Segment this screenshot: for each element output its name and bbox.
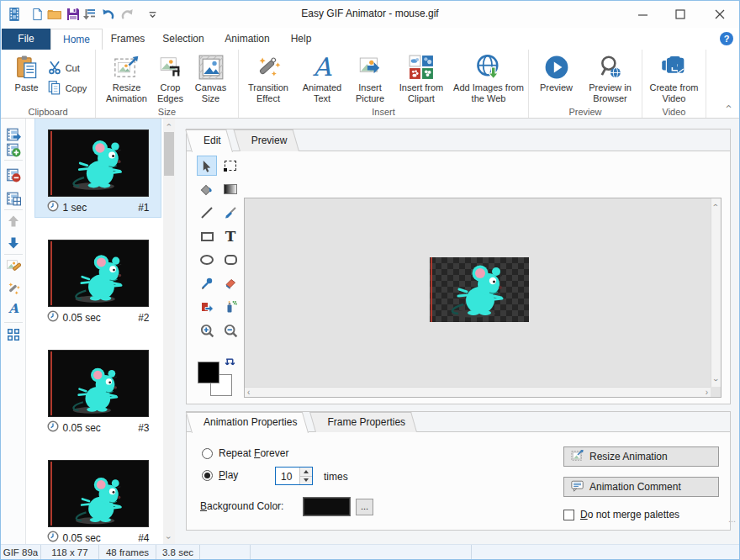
ellipse-tool[interactable] xyxy=(197,250,217,270)
tab-animation-properties[interactable]: Animation Properties xyxy=(192,412,315,432)
canvas-scroll-up-icon[interactable]: › xyxy=(714,200,716,210)
play-times-spinner[interactable]: 10 xyxy=(275,467,313,485)
scrollbar-thumb[interactable] xyxy=(164,132,174,176)
preview-button[interactable]: Preview xyxy=(533,52,580,104)
eraser-tool[interactable] xyxy=(220,273,240,293)
airbrush-tool[interactable] xyxy=(220,297,240,317)
create-from-video-button[interactable]: Create from Video xyxy=(644,52,705,104)
edit-frame-image-icon[interactable] xyxy=(6,258,21,273)
repeat-forever-radio[interactable]: Repeat Forever xyxy=(202,447,288,459)
help-icon[interactable]: ? xyxy=(720,32,733,45)
tab-edit[interactable]: Edit xyxy=(192,129,240,151)
rectangle-icon xyxy=(201,232,214,241)
canvas-scroll-down-icon[interactable]: › xyxy=(714,375,716,385)
animated-text-a-icon: A xyxy=(313,54,331,81)
tab-help[interactable]: Help xyxy=(281,29,321,50)
minimize-button[interactable] xyxy=(630,4,655,24)
frame-item-1[interactable]: 1 sec #1 xyxy=(35,119,161,229)
foreground-color-swatch[interactable] xyxy=(198,362,219,383)
tab-animation[interactable]: Animation xyxy=(215,29,279,50)
play-radio[interactable]: Play xyxy=(202,469,238,481)
insert-picture-icon xyxy=(357,52,383,82)
spinner-down-button[interactable] xyxy=(300,477,312,485)
scroll-up-arrow[interactable]: › xyxy=(163,119,175,131)
line-tool[interactable] xyxy=(197,203,217,223)
gif-frame-image[interactable] xyxy=(430,257,529,322)
scroll-down-arrow[interactable]: › xyxy=(163,531,175,544)
move-frame-down-icon[interactable] xyxy=(6,235,21,251)
add-frame-icon[interactable] xyxy=(6,142,21,157)
brush-tool[interactable] xyxy=(220,203,240,223)
resize-animation-button[interactable]: Resize Animation xyxy=(104,52,150,104)
zoom-in-tool[interactable] xyxy=(197,320,217,341)
swap-colors-icon[interactable] xyxy=(225,357,235,371)
canvas-horizontal-scrollbar[interactable]: ‹ › xyxy=(245,387,711,397)
manage-frames-grid-icon[interactable] xyxy=(6,327,21,342)
canvas-viewport[interactable] xyxy=(245,198,711,387)
crop-edges-button[interactable]: Crop Edges xyxy=(152,52,189,104)
magic-wand-icon xyxy=(255,52,282,82)
window-resize-grip[interactable]: ⋯ xyxy=(728,517,736,526)
merge-palettes-checkbox[interactable]: Do not merge palettes xyxy=(563,509,671,520)
radio-circle[interactable] xyxy=(202,448,213,459)
text-tool[interactable]: T xyxy=(220,226,240,246)
frame-number: #3 xyxy=(138,422,149,434)
spinner-up-button[interactable] xyxy=(300,468,312,477)
radio-circle-selected[interactable] xyxy=(202,470,213,481)
drawing-canvas[interactable]: › › ‹ › xyxy=(244,198,722,398)
video-camera-icon xyxy=(660,52,689,82)
transition-effect-button[interactable]: Transition Effect xyxy=(242,52,294,104)
copy-button[interactable]: Copy xyxy=(47,79,87,98)
preview-in-browser-button[interactable]: Preview in Browser xyxy=(583,52,638,104)
insert-picture-button[interactable]: Insert Picture xyxy=(350,52,390,104)
fill-tool[interactable] xyxy=(197,179,217,199)
frame-list-scrollbar[interactable]: › › xyxy=(163,119,175,544)
insert-from-clipart-button[interactable]: Insert from Clipart xyxy=(393,52,450,104)
collapse-ribbon-icon[interactable]: › xyxy=(726,100,729,113)
paste-button[interactable]: Paste xyxy=(9,52,45,98)
frame-item-4[interactable]: 0.05 sec #4 xyxy=(35,449,161,544)
marquee-select-tool[interactable] xyxy=(220,156,240,176)
move-frame-up-icon[interactable] xyxy=(6,214,21,229)
rounded-rect-tool[interactable] xyxy=(220,250,240,270)
frame-text-icon[interactable]: A xyxy=(6,301,21,316)
delete-frame-icon[interactable] xyxy=(6,167,21,182)
tab-frames[interactable]: Frames xyxy=(103,29,153,50)
play-times-value[interactable]: 10 xyxy=(276,468,299,484)
animation-comment-button[interactable]: Animation Comment xyxy=(563,477,719,497)
magnifier-globe-icon xyxy=(598,52,623,82)
canvas-size-button[interactable]: Canvas Size xyxy=(192,52,230,104)
animated-text-button[interactable]: A Animated Text xyxy=(297,52,347,104)
close-button[interactable] xyxy=(707,4,732,24)
extract-frames-icon[interactable] xyxy=(6,127,21,142)
group-label-preview: Preview xyxy=(529,107,642,117)
tab-home[interactable]: Home xyxy=(50,29,103,50)
background-color-browse-button[interactable]: ... xyxy=(356,499,373,515)
frame-item-3[interactable]: 0.05 sec #3 xyxy=(35,339,161,449)
frame-item-2[interactable]: 0.05 sec #2 xyxy=(35,229,161,339)
zoom-out-tool[interactable] xyxy=(220,320,240,341)
checkbox-square[interactable] xyxy=(563,510,574,520)
invert-colors-icon xyxy=(200,300,214,314)
tab-selection[interactable]: Selection xyxy=(153,29,214,50)
clock-icon xyxy=(47,420,59,435)
invert-colors-tool[interactable] xyxy=(197,297,217,317)
tab-edit-preview[interactable]: Preview xyxy=(240,129,306,151)
resize-animation-action-button[interactable]: Resize Animation xyxy=(563,446,719,467)
canvas-scroll-left-icon[interactable]: ‹ xyxy=(247,388,250,398)
maximize-button[interactable] xyxy=(668,4,693,24)
window-title: Easy GIF Animator - mouse.gif xyxy=(1,8,739,19)
tab-frame-properties[interactable]: Frame Properties xyxy=(315,412,424,432)
tab-file[interactable]: File xyxy=(2,29,50,50)
frame-effects-wand-icon[interactable] xyxy=(6,280,21,295)
eyedropper-tool[interactable] xyxy=(197,273,217,293)
gradient-tool[interactable] xyxy=(220,179,240,199)
canvas-scroll-right-icon[interactable]: › xyxy=(706,388,708,398)
add-images-web-button[interactable]: Add Images from the Web xyxy=(452,52,525,104)
background-color-well[interactable] xyxy=(303,497,351,516)
select-tool[interactable] xyxy=(197,156,217,176)
cut-button[interactable]: Cut xyxy=(47,59,87,77)
canvas-vertical-scrollbar[interactable]: › › xyxy=(711,198,721,387)
rectangle-tool[interactable] xyxy=(197,226,217,246)
duplicate-frame-icon[interactable] xyxy=(6,191,21,206)
